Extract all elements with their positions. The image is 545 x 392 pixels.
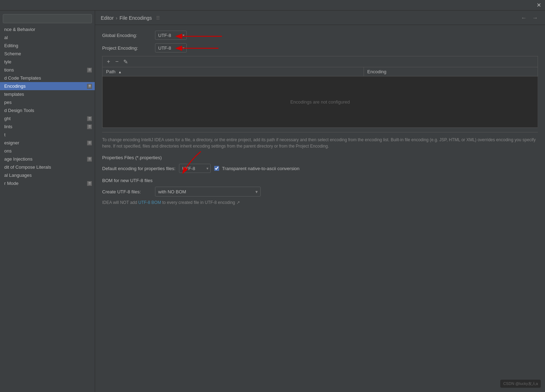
sidebar-item-label: al Languages: [4, 173, 32, 178]
properties-section-heading: Properties Files (*.properties): [102, 155, 538, 160]
sidebar-item-label: t: [4, 132, 6, 137]
sidebar-item-ons[interactable]: ons: [0, 147, 95, 155]
properties-row-container: Default encoding for properties files: U…: [102, 164, 538, 173]
sidebar-item-label: r Mode: [4, 181, 18, 186]
remove-path-button[interactable]: −: [113, 58, 121, 66]
sidebar-item-label: templates: [4, 92, 24, 97]
add-path-button[interactable]: +: [105, 58, 112, 66]
global-encoding-row: Global Encoding: UTF-8: [102, 31, 538, 40]
expand-icon: ☰: [87, 84, 92, 89]
expand-icon: ☰: [87, 157, 92, 162]
expand-icon: ☰: [87, 68, 92, 73]
close-button[interactable]: ✕: [535, 2, 542, 9]
bom-section: BOM for new UTF-8 files Create UTF-8 fil…: [102, 178, 538, 205]
sidebar-item-label: tions: [4, 67, 14, 73]
table-toolbar: + − ✎: [102, 56, 538, 67]
sidebar-item-label: pes: [4, 100, 12, 105]
sidebar-item-inspections[interactable]: tions ☰: [0, 66, 95, 74]
sidebar-item-style[interactable]: tyle: [0, 58, 95, 66]
sidebar-item-hints[interactable]: lints ☰: [0, 123, 95, 131]
sidebar-item-label: al: [4, 35, 8, 40]
breadcrumb: Editor › File Encodings ☰: [101, 15, 160, 21]
sidebar-item-design-tools[interactable]: d Design Tools: [0, 106, 95, 114]
sidebar-item-label: d Code Templates: [4, 75, 41, 81]
sidebar-item-natural-languages[interactable]: al Languages: [0, 171, 95, 179]
sidebar-item-highlight[interactable]: ght ☰: [0, 114, 95, 123]
sidebar-item-label: ght: [4, 116, 11, 121]
sidebar-item-encodings[interactable]: Encodings ☰: [0, 82, 95, 90]
properties-encoding-label: Default encoding for properties files:: [102, 166, 175, 171]
content-header: Editor › File Encodings ☰ ← →: [95, 11, 545, 25]
sidebar-item-label: age Injections: [4, 156, 32, 162]
breadcrumb-separator: ›: [116, 15, 118, 21]
sidebar-item-label: Editing: [4, 43, 18, 48]
sidebar-item-label: d Design Tools: [4, 108, 34, 113]
global-encoding-label: Global Encoding:: [102, 33, 151, 38]
sidebar-item-label: dit of Compose Literals: [4, 164, 51, 170]
sidebar-item-t[interactable]: t: [0, 131, 95, 139]
col-encoding: Encoding: [364, 67, 538, 76]
sidebar-item-scheme[interactable]: Scheme: [0, 50, 95, 58]
sidebar-item-age-injections[interactable]: age Injections ☰: [0, 155, 95, 163]
bom-select-wrapper: with NO BOM with BOM: [155, 187, 261, 197]
project-encoding-select[interactable]: UTF-8: [155, 43, 187, 52]
expand-icon: ☰: [87, 181, 92, 186]
transparent-checkbox-row: Transparent native-to-ascii conversion: [214, 166, 299, 171]
sidebar-item-compose-literals[interactable]: dit of Compose Literals: [0, 163, 95, 171]
properties-encoding-row: Default encoding for properties files: U…: [102, 164, 538, 173]
breadcrumb-current: File Encodings: [119, 15, 152, 21]
content-body: Global Encoding: UTF-8 Project Encoding:: [95, 25, 545, 392]
col-path: Path ▲: [103, 67, 364, 76]
sidebar: nce & Behavior al Editing Scheme tyle ti…: [0, 11, 95, 392]
table-container: + − ✎ Path ▲ Encoding: [102, 56, 538, 128]
sidebar-item-appearance-behavior[interactable]: nce & Behavior: [0, 25, 95, 33]
sidebar-search-input[interactable]: [3, 14, 92, 23]
title-bar: ✕: [0, 0, 545, 11]
bom-link[interactable]: UTF-8 BOM: [138, 200, 161, 205]
global-encoding-select-wrapper: UTF-8: [155, 31, 187, 40]
sidebar-item-label: Encodings: [4, 83, 26, 89]
expand-icon: ☰: [87, 116, 92, 121]
sidebar-item-designer[interactable]: esigner ☰: [0, 139, 95, 147]
sidebar-item-label: Scheme: [4, 51, 21, 56]
sidebar-item-label: esigner: [4, 140, 19, 145]
sidebar-item-r-mode[interactable]: r Mode ☰: [0, 179, 95, 187]
empty-table-message: Encodings are not configured: [106, 78, 534, 126]
expand-icon: ☰: [87, 124, 92, 129]
nav-buttons: ← →: [520, 14, 539, 22]
bom-note-suffix: to every created file in UTF-8 encoding …: [162, 200, 240, 205]
project-encoding-label: Project Encoding:: [102, 45, 151, 51]
transparent-label: Transparent native-to-ascii conversion: [222, 166, 299, 171]
path-encoding-table: Path ▲ Encoding Encodings are not config…: [102, 67, 538, 128]
sidebar-item-label: nce & Behavior: [4, 27, 35, 32]
sidebar-item-label: tyle: [4, 59, 11, 64]
sidebar-item-file-types[interactable]: pes: [0, 98, 95, 106]
properties-encoding-select[interactable]: UTF-8: [179, 164, 211, 173]
project-encoding-select-wrapper: UTF-8: [155, 43, 187, 52]
expand-icon: ☰: [87, 141, 92, 145]
properties-encoding-select-wrapper: UTF-8: [179, 164, 211, 173]
project-encoding-row: Project Encoding: UTF-8: [102, 43, 538, 52]
back-button[interactable]: ←: [520, 14, 528, 22]
sidebar-item-editing[interactable]: Editing: [0, 42, 95, 50]
global-encoding-select[interactable]: UTF-8: [155, 31, 187, 40]
bom-create-select[interactable]: with NO BOM with BOM: [155, 187, 261, 197]
empty-table-row: Encodings are not configured: [103, 76, 538, 128]
forward-button[interactable]: →: [531, 14, 539, 22]
main-content: nce & Behavior al Editing Scheme tyle ti…: [0, 11, 545, 392]
settings-icon: ☰: [156, 15, 160, 20]
transparent-checkbox[interactable]: [214, 166, 219, 171]
content-area: Editor › File Encodings ☰ ← → Global Enc…: [95, 11, 545, 392]
sidebar-item-code-templates[interactable]: d Code Templates: [0, 74, 95, 82]
bom-create-label: Create UTF-8 files:: [102, 189, 151, 194]
encoding-rows-container: Global Encoding: UTF-8 Project Encoding:: [102, 31, 538, 52]
sidebar-item-general[interactable]: al: [0, 33, 95, 42]
info-text: To change encoding IntelliJ IDEA uses fo…: [102, 132, 538, 149]
bom-note-prefix: IDEA will NOT add: [102, 200, 138, 205]
sidebar-item-label: lints: [4, 124, 12, 129]
breadcrumb-parent: Editor: [101, 15, 114, 21]
edit-path-button[interactable]: ✎: [122, 58, 129, 66]
sidebar-item-live-templates[interactable]: templates: [0, 90, 95, 98]
bom-create-row: Create UTF-8 files: with NO BOM with BOM: [102, 187, 538, 197]
bom-note: IDEA will NOT add UTF-8 BOM to every cre…: [102, 200, 538, 205]
